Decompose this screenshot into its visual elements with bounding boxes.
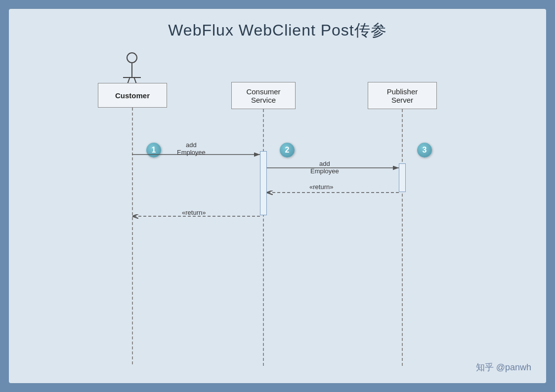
stick-arms — [123, 77, 141, 78]
outer-container: WebFlux WebClient Post传参 Customer Consum… — [0, 0, 555, 392]
badge-3: 3 — [417, 143, 432, 157]
page-title: WebFlux WebClient Post传参 — [9, 9, 546, 41]
stick-head — [127, 52, 137, 63]
arrows-svg — [9, 9, 546, 383]
msg-label-add1: addEmployee — [177, 141, 206, 156]
publisher-label: Publisher Server — [387, 87, 418, 104]
msg-label-return1: «return» — [309, 183, 333, 191]
diagram-panel: WebFlux WebClient Post传参 Customer Consum… — [9, 9, 546, 383]
watermark: 知乎 @panwh — [476, 361, 531, 373]
customer-label: Customer — [115, 91, 150, 100]
msg-label-return2: «return» — [182, 209, 206, 216]
activation-publisher — [399, 163, 406, 192]
msg-label-add2: addEmployee — [310, 160, 339, 175]
lifeline-customer — [132, 108, 133, 364]
lifeline-consumer — [263, 109, 264, 366]
badge-2: 2 — [280, 143, 295, 157]
stick-body — [131, 63, 132, 77]
badge-2-label: 2 — [285, 146, 290, 155]
lifeline-publisher — [402, 109, 403, 366]
badge-1-label: 1 — [152, 146, 156, 155]
activation-consumer — [260, 151, 267, 215]
badge-3-label: 3 — [423, 146, 427, 155]
consumer-box: Consumer Service — [231, 82, 296, 109]
badge-1: 1 — [146, 143, 161, 157]
consumer-label: Consumer Service — [246, 87, 280, 104]
publisher-box: Publisher Server — [368, 82, 437, 109]
customer-box: Customer — [98, 83, 167, 108]
